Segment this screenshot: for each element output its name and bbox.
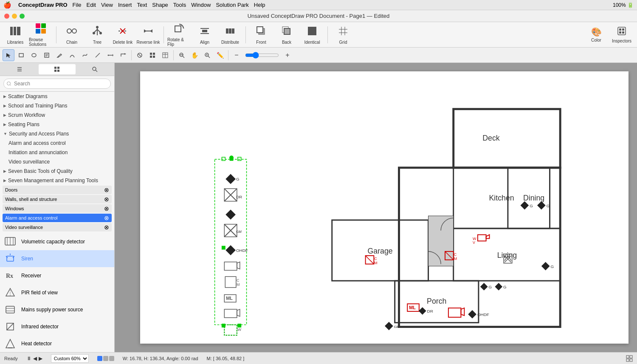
close-button[interactable]	[4, 14, 9, 19]
table-tool[interactable]	[159, 49, 171, 61]
zoom-region-tool[interactable]	[201, 49, 213, 61]
rect-tool[interactable]	[15, 49, 27, 61]
crop-tool[interactable]	[134, 49, 146, 61]
pir-label: PIR field of view	[21, 290, 58, 296]
color-button[interactable]: 🎨 Color	[584, 24, 608, 46]
icon-mains[interactable]: Mains supply power source	[0, 301, 114, 318]
align-button[interactable]: Align	[193, 24, 217, 46]
svg-rect-26	[226, 28, 228, 34]
menu-insert[interactable]: Insert	[118, 2, 132, 8]
menu-help[interactable]: Help	[254, 2, 265, 8]
filter-label: Video surveillance	[5, 225, 43, 230]
menu-edit[interactable]: Edit	[87, 2, 96, 8]
front-label: Front	[256, 40, 266, 45]
tree-button[interactable]: Tree	[85, 24, 109, 46]
delete-link-button[interactable]: Delete link	[111, 24, 135, 46]
arrange-tool[interactable]	[147, 49, 158, 61]
zoom-slider[interactable]	[245, 52, 279, 59]
apple-menu[interactable]: 🍎	[3, 1, 11, 9]
pencil-tool[interactable]: ✏️	[214, 49, 226, 61]
menu-tools[interactable]: Tools	[173, 2, 186, 8]
back-button[interactable]: Back	[275, 24, 299, 46]
distribute-button[interactable]: Distribute	[218, 24, 242, 46]
pan-tool[interactable]: ✋	[189, 49, 200, 61]
identical-button[interactable]: Identical	[300, 24, 324, 46]
filter-alarm[interactable]: Alarm and access control ⊗	[3, 214, 112, 222]
filter-doors[interactable]: Doors ⊗	[3, 186, 112, 194]
sidebar-item-scrum[interactable]: ▶ Scrum Workflow	[0, 110, 114, 120]
sidebar-item-seven-mgmt[interactable]: ▶ Seven Management and Planning Tools	[0, 176, 114, 184]
svg-marker-56	[113, 54, 113, 56]
inspectors-button[interactable]: Inspectors	[610, 24, 634, 46]
grid-view-tab[interactable]	[39, 64, 75, 74]
sidebar-item-seven-basic[interactable]: ▶ Seven Basic Tools of Quality	[0, 166, 114, 176]
menu-file[interactable]: File	[73, 2, 82, 8]
list-view-tab[interactable]	[1, 64, 38, 74]
play-button[interactable]: ▶	[39, 356, 42, 361]
search-input[interactable]	[3, 79, 111, 89]
room-garage: Garage	[368, 247, 393, 255]
svg-text:G: G	[236, 177, 240, 181]
pen-tool[interactable]	[54, 49, 65, 61]
front-button[interactable]: Front	[249, 24, 273, 46]
pause-button[interactable]: ⏸	[26, 356, 31, 361]
filter-remove-icon[interactable]: ⊗	[104, 187, 109, 193]
menu-view[interactable]: View	[101, 2, 113, 8]
rotate-flip-button[interactable]: Rotate & Flip	[167, 24, 191, 46]
icon-infrared[interactable]: Infrared detector	[0, 318, 114, 335]
filter-remove-icon[interactable]: ⊗	[104, 224, 109, 230]
sidebar-item-initiation[interactable]: Initiation and annunciation	[0, 148, 114, 157]
menu-text[interactable]: Text	[137, 2, 147, 8]
sidebar-item-security[interactable]: ▼ Security and Access Plans	[0, 129, 114, 138]
libraries-button[interactable]: Libraries	[3, 24, 27, 46]
sidebar-item-alarm[interactable]: Alarm and access control	[0, 138, 114, 148]
battery-indicator: 100% 🔋	[613, 2, 634, 8]
main-toolbar: Libraries Browse Solutions Chain Tree De…	[0, 22, 637, 48]
chain-button[interactable]: Chain	[60, 24, 84, 46]
icon-siren[interactable]: Siren	[0, 250, 114, 267]
menu-window[interactable]: Window	[191, 2, 211, 8]
arc-tool[interactable]	[66, 49, 78, 61]
icon-pir[interactable]: PIR field of view	[0, 284, 114, 301]
align-label: Align	[200, 40, 209, 45]
sidebar-item-video-surv[interactable]: Video surveillance	[0, 157, 114, 166]
icon-receiver[interactable]: Rx Receiver	[0, 267, 114, 284]
canvas-area[interactable]: Deck Kitchen Dining Garage Living Porch	[115, 63, 637, 352]
filter-remove-icon[interactable]: ⊗	[104, 206, 109, 212]
page-dot-1[interactable]	[97, 356, 102, 361]
grid-button[interactable]: Grid	[331, 24, 355, 46]
svg-rect-43	[622, 28, 624, 31]
select-tool[interactable]	[3, 49, 14, 61]
sidebar-nav-list: ▶ Scatter Diagrams ▶ School and Training…	[0, 92, 114, 184]
filter-video[interactable]: Video surveillance ⊗	[3, 223, 112, 231]
connector-tool[interactable]	[104, 49, 116, 61]
icon-volumetric[interactable]: Volumetric capacity detector	[0, 233, 114, 250]
prev-button[interactable]: ◀	[33, 356, 37, 361]
zoom-out-small[interactable]: −	[231, 49, 242, 61]
maximize-button[interactable]	[20, 14, 25, 19]
page-dot-2[interactable]	[103, 356, 108, 361]
ellipse-tool[interactable]	[28, 49, 40, 61]
filter-remove-icon[interactable]: ⊗	[104, 196, 109, 202]
search-tab[interactable]	[76, 64, 113, 74]
zoom-select[interactable]: Custom 60% 25% 50% 75% 100% 150%	[51, 354, 89, 363]
menu-solution-park[interactable]: Solution Park	[216, 2, 248, 8]
filter-walls[interactable]: Walls, shell and structure ⊗	[3, 195, 112, 203]
curve-tool[interactable]	[79, 49, 91, 61]
filter-windows[interactable]: Windows ⊗	[3, 204, 112, 213]
browse-solutions-button[interactable]: Browse Solutions	[29, 24, 53, 46]
filter-remove-icon[interactable]: ⊗	[104, 215, 109, 221]
icon-heat[interactable]: Heat detector	[0, 335, 114, 352]
menu-shape[interactable]: Shape	[152, 2, 168, 8]
orthogonal-connector-tool[interactable]	[117, 49, 129, 61]
sidebar-item-school[interactable]: ▶ School and Training Plans	[0, 101, 114, 110]
zoom-in-small[interactable]: +	[282, 49, 293, 61]
line-tool[interactable]	[92, 49, 104, 61]
zoom-out-button[interactable]	[176, 49, 188, 61]
sidebar-item-scatter-diagrams[interactable]: ▶ Scatter Diagrams	[0, 92, 114, 101]
page-dot-3[interactable]	[109, 356, 114, 361]
minimize-button[interactable]	[12, 14, 17, 19]
reverse-link-button[interactable]: Reverse link	[136, 24, 160, 46]
sidebar-item-seating[interactable]: ▶ Seating Plans	[0, 120, 114, 129]
note-tool[interactable]	[41, 49, 53, 61]
